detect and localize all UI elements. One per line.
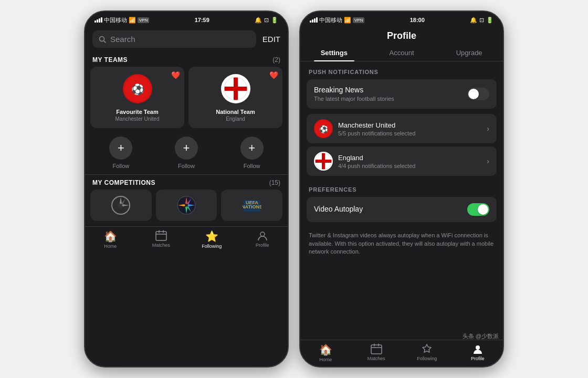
breaking-news-info: Breaking News The latest major football … (314, 86, 467, 102)
edit-button[interactable]: EDIT (262, 35, 280, 44)
comp-item-3[interactable]: NATIONS UEFA (221, 190, 282, 221)
video-autoplay-row: Video Autoplay (307, 197, 497, 222)
profile-icon-right (472, 343, 484, 355)
follow-label-2: Follow (178, 163, 195, 169)
comp-count: (15) (269, 179, 280, 186)
vpn-badge-right: VPN (353, 17, 364, 23)
right-phone: 中国移动 📶 VPN 18:00 🔔 ⊡ 🔋 Profile Settings … (299, 10, 504, 368)
breaking-news-desc: The latest major football stories (314, 95, 467, 102)
plus-circle-2[interactable]: + (175, 136, 198, 160)
profile-label-right: Profile (471, 356, 485, 361)
england-label: National Team (216, 109, 255, 115)
video-autoplay-name: Video Autoplay (314, 205, 467, 213)
comp-item-2[interactable] (156, 190, 217, 221)
bottom-nav-left: 🏠 Home Matches ⭐ Following (85, 226, 288, 253)
nav-following-right[interactable]: Following (402, 343, 453, 362)
england-logo (221, 74, 250, 103)
nav-following-left[interactable]: ⭐ Following (186, 230, 237, 249)
comp-row: NATIONS UEFA (90, 190, 282, 221)
comp-header: MY COMPETITIONS (15) (90, 175, 282, 190)
profile-label-left: Profile (256, 243, 269, 248)
notif-row-england[interactable]: England 4/4 push notifications selected … (307, 146, 497, 176)
team-card-mu[interactable]: ❤️ ⚽ Favourite Team Manchester United (90, 67, 184, 128)
svg-rect-35 (371, 345, 382, 354)
svg-rect-24 (156, 232, 166, 240)
svg-text:⚽: ⚽ (319, 125, 329, 134)
notif-sub-england: 4/4 push notifications selected (338, 163, 481, 169)
nav-home-right[interactable]: 🏠 Home (300, 343, 351, 362)
svg-point-39 (476, 345, 480, 350)
video-autoplay-desc: Twitter & Instagram videos always autopl… (300, 227, 503, 261)
breaking-news-row: Breaking News The latest major football … (307, 79, 497, 109)
following-label-left: Following (202, 244, 222, 249)
my-teams-header: MY TEAMS (2) (85, 52, 288, 67)
nav-matches-right[interactable]: Matches (351, 343, 402, 362)
comp-title: MY COMPETITIONS (92, 179, 155, 186)
svg-text:UEFA: UEFA (246, 200, 259, 205)
heart-icon-england: ❤️ (269, 71, 278, 79)
plus-circle-1[interactable]: + (109, 136, 132, 160)
notif-sub-mu: 5/5 push notifications selected (338, 130, 481, 136)
following-icon-right (421, 343, 433, 355)
svg-marker-12 (122, 198, 125, 204)
mu-logo: ⚽ (123, 74, 152, 103)
svg-marker-11 (122, 204, 129, 206)
notif-info-mu: Manchester United 5/5 push notifications… (338, 121, 481, 136)
following-icon-left: ⭐ (205, 230, 218, 243)
notif-name-mu: Manchester United (338, 121, 481, 129)
search-bar: Search EDIT (85, 26, 288, 52)
tab-settings[interactable]: Settings (300, 45, 368, 61)
nav-home-left[interactable]: 🏠 Home (85, 230, 136, 249)
tab-upgrade[interactable]: Upgrade (435, 45, 503, 61)
search-input-wrap[interactable]: Search (92, 30, 256, 48)
following-label-right: Following (417, 356, 437, 361)
matches-label-left: Matches (152, 243, 170, 248)
nav-matches-left[interactable]: Matches (136, 230, 187, 249)
notif-info-england: England 4/4 push notifications selected (338, 154, 481, 169)
notif-logo-mu: ⚽ (314, 119, 333, 138)
plus-circle-3[interactable]: + (240, 136, 264, 160)
follow-btn-1[interactable]: + Follow (90, 136, 152, 169)
chevron-england: › (487, 157, 489, 165)
carrier-left: 中国移动 (104, 16, 127, 24)
follow-label-1: Follow (112, 163, 129, 169)
follow-label-3: Follow (244, 163, 260, 169)
notif-logo-england (314, 152, 333, 171)
breaking-news-toggle[interactable] (467, 88, 489, 100)
my-teams-count: (2) (272, 56, 280, 64)
profile-icon-left (257, 230, 268, 242)
status-bar-left: 中国移动 📶 VPN 17:59 🔔 ⊡ 🔋 (85, 12, 288, 26)
home-label-left: Home (104, 244, 117, 249)
preferences-label: PREFERENCES (300, 179, 503, 197)
video-autoplay-info: Video Autoplay (314, 205, 467, 214)
follow-btn-2[interactable]: + Follow (156, 136, 217, 169)
profile-content: PUSH NOTIFICATIONS Breaking News The lat… (300, 61, 503, 340)
tab-account[interactable]: Account (368, 45, 436, 61)
svg-point-28 (260, 232, 265, 236)
mu-sub: Manchester United (116, 116, 160, 122)
nav-profile-right[interactable]: Profile (453, 343, 503, 362)
notif-name-england: England (338, 154, 481, 162)
profile-title: Profile (300, 26, 503, 45)
team-card-england[interactable]: ❤️ National Team England (188, 67, 282, 128)
comp-item-1[interactable] (90, 190, 152, 221)
teams-row: ❤️ ⚽ Favourite Team Manchester United ❤️ (90, 67, 282, 128)
home-label-right: Home (319, 357, 332, 362)
push-notif-label: PUSH NOTIFICATIONS (300, 61, 503, 79)
follow-btn-3[interactable]: + Follow (221, 136, 282, 169)
matches-icon-left (155, 230, 167, 242)
heart-icon-mu: ❤️ (171, 71, 180, 79)
video-autoplay-toggle[interactable] (467, 203, 489, 216)
vpn-badge-left: VPN (138, 17, 149, 23)
notif-row-mu[interactable]: ⚽ Manchester United 5/5 push notificatio… (307, 114, 497, 143)
home-icon-right: 🏠 (319, 343, 332, 356)
matches-label-right: Matches (368, 356, 385, 361)
carrier-right: 中国移动 (319, 16, 342, 24)
chevron-mu: › (487, 124, 489, 133)
nav-profile-left[interactable]: Profile (237, 230, 288, 249)
search-placeholder: Search (110, 35, 135, 44)
home-icon-left: 🏠 (104, 230, 117, 243)
mu-label: Favourite Team (116, 109, 159, 115)
my-teams-title: MY TEAMS (92, 56, 128, 64)
time-left: 17:59 (195, 17, 209, 23)
